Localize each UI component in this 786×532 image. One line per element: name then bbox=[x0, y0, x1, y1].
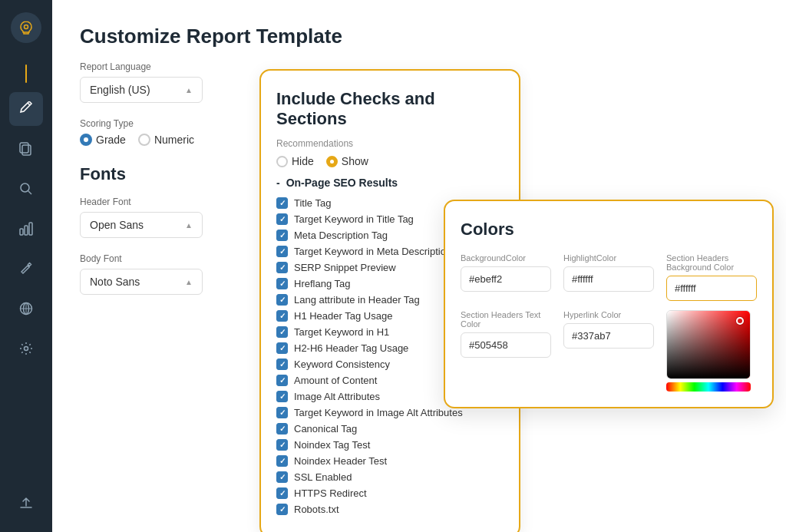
checks-panel-title: Include Checks and Sections bbox=[276, 89, 504, 129]
body-font-dropdown[interactable]: Noto Sans ▲ bbox=[80, 269, 203, 295]
scoring-type-label: Scoring Type bbox=[80, 118, 249, 129]
checkbox-14[interactable] bbox=[276, 423, 288, 435]
checkbox-12[interactable] bbox=[276, 391, 288, 402]
hide-label: Hide bbox=[292, 155, 314, 167]
scoring-grade-radio[interactable] bbox=[80, 134, 92, 146]
checkbox-4[interactable] bbox=[276, 262, 288, 273]
section-text-color-input[interactable] bbox=[461, 332, 551, 358]
show-radio-dot[interactable] bbox=[326, 156, 338, 167]
scoring-numeric-option[interactable]: Numeric bbox=[138, 134, 194, 146]
checkbox-2[interactable] bbox=[276, 230, 288, 241]
scoring-section: Scoring Type Grade Numeric bbox=[80, 118, 249, 146]
svg-point-3 bbox=[21, 183, 29, 192]
checkbox-16[interactable] bbox=[276, 455, 288, 467]
bg-color-input[interactable] bbox=[461, 266, 551, 292]
svg-rect-6 bbox=[29, 223, 32, 235]
scoring-type-options: Grade Numeric bbox=[80, 134, 249, 146]
gradient-picker[interactable] bbox=[666, 310, 751, 379]
checkbox-7[interactable] bbox=[276, 310, 288, 322]
checkbox-18[interactable] bbox=[276, 487, 288, 499]
sidebar-item-chart[interactable] bbox=[9, 212, 43, 246]
highlight-color-input[interactable] bbox=[563, 266, 654, 292]
body-font-value: Noto Sans bbox=[90, 276, 140, 288]
scoring-grade-label: Grade bbox=[96, 134, 126, 146]
svg-point-0 bbox=[25, 25, 28, 29]
hide-show-radio-row: Hide Show bbox=[276, 155, 504, 167]
sidebar-divider bbox=[25, 64, 27, 83]
sidebar-item-tool[interactable] bbox=[9, 252, 43, 286]
seo-section-label: On-Page SEO Results bbox=[286, 177, 398, 189]
checkbox-8[interactable] bbox=[276, 326, 288, 338]
section-headers-bg-color-field: Section Headers Background Color bbox=[666, 253, 757, 301]
section-text-color-label: Section Headers Text Color bbox=[461, 310, 551, 329]
scoring-numeric-label: Numeric bbox=[154, 134, 194, 146]
checkbox-0[interactable] bbox=[276, 197, 288, 209]
report-language-label: Report Language bbox=[80, 61, 249, 72]
report-language-value: English (US) bbox=[90, 84, 150, 96]
checkbox-19[interactable] bbox=[276, 504, 288, 515]
sidebar bbox=[0, 0, 52, 532]
checkbox-15[interactable] bbox=[276, 439, 288, 451]
recommendations-label: Recommendations bbox=[276, 138, 504, 149]
checkbox-1[interactable] bbox=[276, 213, 288, 225]
show-option[interactable]: Show bbox=[326, 155, 368, 167]
sidebar-item-globe[interactable] bbox=[9, 292, 43, 325]
check-item-18[interactable]: HTTPS Redirect bbox=[276, 485, 504, 501]
checkbox-11[interactable] bbox=[276, 375, 288, 386]
header-font-dropdown[interactable]: Open Sans ▲ bbox=[80, 212, 203, 238]
fonts-title: Fonts bbox=[80, 164, 249, 184]
highlight-color-field: HighlightColor bbox=[563, 253, 654, 301]
page-title: Customize Report Template bbox=[80, 25, 758, 48]
svg-rect-5 bbox=[25, 226, 28, 235]
scoring-grade-option[interactable]: Grade bbox=[80, 134, 126, 146]
hyperlink-color-label: Hyperlink Color bbox=[563, 310, 654, 319]
sidebar-item-search[interactable] bbox=[9, 172, 43, 206]
svg-rect-1 bbox=[22, 145, 31, 155]
section-text-color-field: Section Headers Text Color bbox=[461, 310, 551, 392]
hyperlink-color-input[interactable] bbox=[563, 323, 654, 349]
color-picker-area bbox=[666, 310, 757, 392]
body-font-label: Body Font bbox=[80, 253, 249, 264]
sidebar-item-upload[interactable] bbox=[9, 486, 43, 520]
hue-bar[interactable] bbox=[666, 382, 751, 392]
seo-section-header: - On-Page SEO Results bbox=[276, 177, 504, 189]
checkbox-13[interactable] bbox=[276, 407, 288, 418]
sidebar-item-copy[interactable] bbox=[9, 132, 43, 166]
checkbox-3[interactable] bbox=[276, 246, 288, 257]
check-item-14[interactable]: Canonical Tag bbox=[276, 421, 504, 437]
hide-radio-dot[interactable] bbox=[276, 156, 288, 167]
main-content: Customize Report Template Report Languag… bbox=[52, 0, 786, 532]
checkbox-5[interactable] bbox=[276, 278, 288, 289]
app-logo[interactable] bbox=[11, 12, 41, 43]
sidebar-item-edit[interactable] bbox=[9, 92, 43, 126]
header-font-arrow-icon: ▲ bbox=[185, 221, 193, 230]
dropdown-arrow-icon: ▲ bbox=[185, 86, 193, 94]
scoring-numeric-radio[interactable] bbox=[138, 134, 150, 146]
header-font-value: Open Sans bbox=[90, 219, 144, 231]
svg-rect-4 bbox=[20, 229, 23, 235]
sidebar-item-settings[interactable] bbox=[9, 332, 43, 365]
check-item-17[interactable]: SSL Enabled bbox=[276, 469, 504, 485]
show-label: Show bbox=[342, 155, 368, 167]
colors-panel-title: Colors bbox=[461, 220, 757, 240]
colors-panel: Colors BackgroundColor HighlightColor Se… bbox=[444, 200, 774, 408]
check-item-16[interactable]: Noindex Header Test bbox=[276, 453, 504, 469]
background-color-field: BackgroundColor bbox=[461, 253, 551, 301]
header-font-label: Header Font bbox=[80, 197, 249, 207]
picker-cursor[interactable] bbox=[736, 317, 744, 325]
check-item-19[interactable]: Robots.txt bbox=[276, 501, 504, 517]
svg-point-9 bbox=[25, 347, 28, 351]
section-bg-color-input[interactable] bbox=[666, 276, 757, 301]
colors-grid: BackgroundColor HighlightColor Section H… bbox=[461, 253, 757, 392]
bg-color-label: BackgroundColor bbox=[461, 253, 551, 263]
report-language-dropdown[interactable]: English (US) ▲ bbox=[80, 77, 203, 103]
checkbox-9[interactable] bbox=[276, 342, 288, 354]
hyperlink-color-field: Hyperlink Color bbox=[563, 310, 654, 392]
hide-option[interactable]: Hide bbox=[276, 155, 314, 167]
checkbox-10[interactable] bbox=[276, 359, 288, 370]
check-item-15[interactable]: Noindex Tag Test bbox=[276, 437, 504, 453]
body-font-arrow-icon: ▲ bbox=[185, 278, 193, 286]
fonts-section: Fonts Header Font Open Sans ▲ Body Font … bbox=[80, 164, 249, 295]
checkbox-17[interactable] bbox=[276, 471, 288, 483]
checkbox-6[interactable] bbox=[276, 294, 288, 306]
